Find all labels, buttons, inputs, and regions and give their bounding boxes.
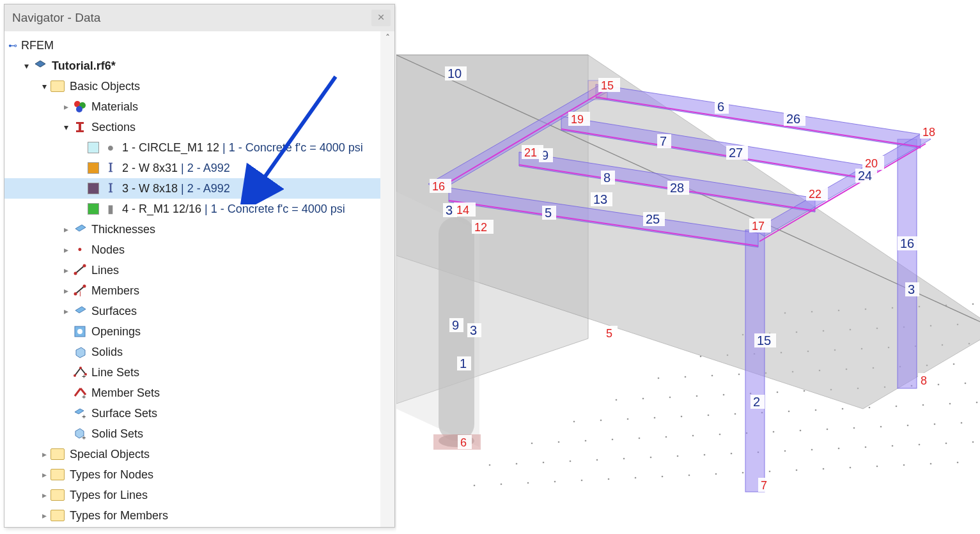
svg-text:3: 3 bbox=[908, 282, 915, 296]
svg-point-226 bbox=[903, 464, 905, 466]
svg-point-147 bbox=[938, 384, 940, 386]
svg-text:+: + bbox=[82, 372, 86, 379]
sections-icon bbox=[72, 119, 88, 135]
tree-types-members[interactable]: Types for Members bbox=[4, 505, 394, 526]
svg-point-167 bbox=[922, 404, 924, 406]
svg-point-217 bbox=[662, 476, 664, 478]
caret-icon[interactable] bbox=[38, 81, 51, 91]
close-icon[interactable]: × bbox=[371, 10, 391, 26]
tree-thicknesses[interactable]: Thicknesses bbox=[4, 219, 394, 240]
svg-point-12 bbox=[74, 293, 77, 296]
svg-text:16: 16 bbox=[432, 180, 445, 193]
svg-point-202 bbox=[784, 450, 786, 452]
tree-label: 4 - R_M1 12/16 | 1 - Concrete f'c = 4000… bbox=[122, 202, 345, 216]
svg-text:9: 9 bbox=[452, 318, 459, 332]
tree-members[interactable]: I Members bbox=[4, 280, 394, 301]
model-viewport[interactable]: 1062672798282413352516931153215192118201… bbox=[396, 0, 980, 534]
svg-point-154 bbox=[573, 421, 575, 423]
caret-icon[interactable] bbox=[59, 286, 72, 296]
svg-point-164 bbox=[842, 408, 844, 410]
caret-icon[interactable] bbox=[20, 61, 33, 71]
tree-sections[interactable]: Sections bbox=[4, 117, 394, 137]
tree-materials[interactable]: Materials bbox=[4, 96, 394, 117]
svg-text:10: 10 bbox=[447, 66, 462, 80]
member-set-icon: + bbox=[72, 385, 88, 400]
line-set-icon: + bbox=[72, 365, 88, 380]
tree-label: Lines bbox=[91, 264, 119, 277]
caret-icon[interactable] bbox=[38, 449, 51, 459]
section-item-2[interactable]: Ⅰ 2 - W 8x31 | 2 - A992 bbox=[4, 158, 394, 178]
surface-set-icon: + bbox=[72, 406, 88, 421]
i-beam-glyph-icon: Ⅰ bbox=[103, 160, 118, 176]
svg-text:1: 1 bbox=[460, 356, 467, 370]
svg-point-213 bbox=[554, 481, 556, 483]
svg-point-227 bbox=[930, 463, 932, 465]
tree-openings[interactable]: Openings bbox=[4, 321, 394, 342]
tree-solid-sets[interactable]: + Solid Sets bbox=[4, 423, 394, 444]
caret-icon[interactable] bbox=[59, 122, 72, 132]
solid-set-icon: + bbox=[72, 426, 88, 441]
tree-root-rfem[interactable]: ⊷ RFEM bbox=[4, 35, 394, 56]
svg-point-162 bbox=[788, 411, 790, 413]
svg-point-10 bbox=[83, 264, 86, 268]
caret-icon[interactable] bbox=[59, 245, 72, 255]
section-item-1[interactable]: ● 1 - CIRCLE_M1 12 | 1 - Concrete f'c = … bbox=[4, 137, 394, 158]
svg-point-159 bbox=[708, 415, 710, 416]
svg-point-203 bbox=[811, 449, 813, 451]
tree-nodes[interactable]: • Nodes bbox=[4, 240, 394, 260]
rect-glyph-icon: ▮ bbox=[103, 201, 118, 217]
opening-icon bbox=[72, 324, 88, 339]
svg-point-183 bbox=[800, 430, 802, 432]
thickness-icon bbox=[72, 222, 88, 237]
svg-text:27: 27 bbox=[729, 146, 743, 160]
caret-icon[interactable] bbox=[38, 510, 51, 521]
svg-point-160 bbox=[735, 413, 736, 415]
svg-point-141 bbox=[777, 392, 779, 393]
svg-point-191 bbox=[489, 464, 491, 466]
caret-icon[interactable] bbox=[38, 490, 51, 500]
svg-text:6: 6 bbox=[717, 100, 724, 114]
svg-point-221 bbox=[769, 471, 771, 473]
scroll-up-icon[interactable]: ˄ bbox=[380, 33, 394, 43]
tree-special-objects[interactable]: Special Objects bbox=[4, 444, 394, 464]
svg-point-187 bbox=[907, 425, 909, 427]
tree-solids[interactable]: Solids bbox=[4, 342, 394, 362]
caret-icon[interactable] bbox=[59, 224, 72, 234]
svg-point-220 bbox=[742, 472, 744, 474]
svg-point-215 bbox=[608, 478, 610, 480]
node-icon: • bbox=[72, 242, 88, 257]
caret-icon[interactable] bbox=[59, 102, 72, 112]
line-icon bbox=[72, 263, 88, 278]
tree-surface-sets[interactable]: + Surface Sets bbox=[4, 403, 394, 423]
tree-types-nodes[interactable]: Types for Nodes bbox=[4, 464, 394, 485]
solid-icon bbox=[72, 344, 88, 360]
svg-line-8 bbox=[75, 266, 84, 273]
tree-surfaces[interactable]: Surfaces bbox=[4, 301, 394, 321]
tree-basic-objects[interactable]: Basic Objects bbox=[4, 76, 394, 96]
section-item-3[interactable]: Ⅰ 3 - W 8x18 | 2 - A992 bbox=[4, 178, 394, 199]
caret-icon[interactable] bbox=[59, 306, 72, 316]
svg-point-127 bbox=[953, 363, 955, 365]
tree-types-lines[interactable]: Types for Lines bbox=[4, 485, 394, 505]
caret-icon[interactable] bbox=[38, 469, 51, 480]
svg-text:22: 22 bbox=[809, 188, 821, 201]
tree-model[interactable]: Tutorial.rf6* bbox=[4, 56, 394, 76]
svg-text:3: 3 bbox=[446, 203, 453, 217]
tree-member-sets[interactable]: + Member Sets bbox=[4, 383, 394, 403]
svg-point-17 bbox=[77, 329, 82, 334]
tree-lines[interactable]: Lines bbox=[4, 260, 394, 280]
svg-text:6: 6 bbox=[460, 436, 467, 449]
svg-text:2: 2 bbox=[753, 395, 760, 409]
navigator-title: Navigator - Data bbox=[12, 11, 100, 25]
caret-icon[interactable] bbox=[59, 265, 72, 275]
scrollbar[interactable]: ˄ bbox=[380, 31, 394, 527]
tree-label: Solid Sets bbox=[91, 427, 143, 441]
svg-rect-239 bbox=[898, 139, 917, 388]
tree-line-sets[interactable]: + Line Sets bbox=[4, 362, 394, 383]
viewport-canvas[interactable]: 1062672798282413352516931153215192118201… bbox=[396, 0, 980, 534]
svg-point-197 bbox=[650, 457, 652, 459]
navigator-title-bar[interactable]: Navigator - Data × bbox=[4, 4, 394, 31]
svg-text:25: 25 bbox=[646, 212, 660, 226]
svg-point-165 bbox=[869, 407, 871, 409]
section-item-4[interactable]: ▮ 4 - R_M1 12/16 | 1 - Concrete f'c = 40… bbox=[4, 199, 394, 219]
